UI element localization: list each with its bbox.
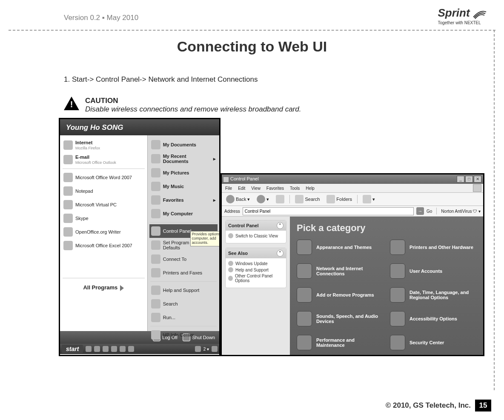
switch-classic-view-link[interactable]: Switch to Classic View [228, 233, 284, 238]
category-appearance[interactable]: Appearance and Themes [297, 240, 383, 255]
category-security[interactable]: Security Center [390, 335, 476, 350]
folder-icon [151, 154, 160, 163]
sm-item-recent[interactable]: My Recent Documents▸ [149, 151, 218, 166]
menu-edit[interactable]: Edit [238, 186, 245, 191]
views-icon [363, 195, 371, 203]
menu-tools[interactable]: Tools [290, 186, 300, 191]
openoffice-icon [63, 227, 73, 237]
collapse-icon[interactable]: ⌃ [277, 222, 284, 229]
go-button[interactable]: → [416, 207, 424, 215]
caution-body: Disable wireless connections and remove … [85, 105, 301, 113]
window-titlebar: Control Panel _ □ ✕ [222, 174, 483, 184]
up-button[interactable] [274, 194, 286, 204]
menu-file[interactable]: File [225, 186, 232, 191]
sm-item-printers[interactable]: Printers and Faxes [149, 266, 218, 280]
other-options-link[interactable]: Other Control Panel Options [228, 274, 284, 283]
category-network[interactable]: Network and Internet Connections [297, 263, 383, 279]
sounds-icon [297, 311, 312, 326]
address-bar: Address → Go Norton AntiVirus 🛡 ▾ [222, 206, 483, 217]
tray-icon[interactable] [94, 346, 100, 352]
folders-button[interactable]: Folders [325, 194, 354, 204]
search-button[interactable]: Search [293, 194, 321, 204]
sm-item-run[interactable]: Run... [149, 311, 218, 324]
all-programs[interactable]: All Programs [62, 280, 146, 295]
tray-icon[interactable] [195, 346, 201, 352]
word-icon [63, 173, 73, 182]
main-panel: Pick a category Appearance and Themes Pr… [290, 217, 483, 356]
sm-item-mydocs[interactable]: My Documents [149, 138, 218, 151]
category-date-time[interactable]: Date, Time, Language, and Regional Optio… [390, 287, 476, 303]
main-heading: Pick a category [297, 223, 476, 234]
tray-icon[interactable] [103, 346, 109, 352]
tray-icon[interactable] [86, 346, 92, 352]
start-button[interactable]: start [62, 345, 83, 353]
sm-item-music[interactable]: My Music [149, 180, 218, 193]
sm-item-mycomputer[interactable]: My Computer [149, 207, 218, 220]
sm-item-openoffice[interactable]: OpenOffice.org Writer [62, 225, 146, 239]
sm-item-help[interactable]: Help and Support [149, 283, 218, 297]
menu-favorites[interactable]: Favorites [266, 186, 284, 191]
category-printers[interactable]: Printers and Other Hardware [390, 240, 476, 255]
close-button[interactable]: ✕ [474, 176, 481, 183]
views-button[interactable]: ▾ [361, 194, 377, 204]
sm-item-notepad[interactable]: Notepad [62, 184, 146, 198]
search-icon [151, 299, 160, 309]
maximize-button[interactable]: □ [465, 176, 473, 183]
update-icon [228, 261, 233, 266]
category-add-remove[interactable]: Add or Remove Programs [297, 287, 383, 303]
tray-icon[interactable] [212, 346, 218, 352]
copyright: © 2010, GS Teletech, Inc. [386, 401, 471, 410]
back-icon [226, 195, 235, 203]
address-input[interactable] [243, 207, 414, 215]
menu-help[interactable]: Help [306, 186, 315, 191]
sm-item-virtualpc[interactable]: Microsoft Virtual PC [62, 198, 146, 211]
category-performance[interactable]: Performance and Maintenance [297, 335, 383, 350]
forward-button[interactable]: ▾ [255, 194, 271, 204]
tray-icon[interactable] [111, 346, 117, 352]
sm-item-hp-info[interactable]: HP Info Center [149, 328, 218, 342]
windows-update-link[interactable]: Windows Update [228, 261, 284, 266]
sm-item-pictures[interactable]: My Pictures [149, 166, 218, 180]
up-icon [276, 195, 284, 203]
back-button[interactable]: Back ▾ [224, 194, 252, 204]
version-text: Version 0.2 ▪ May 2010 [64, 14, 138, 22]
category-sounds[interactable]: Sounds, Speech, and Audio Devices [297, 311, 383, 326]
sm-item-internet[interactable]: InternetMozilla Firefox [62, 138, 146, 152]
star-icon [151, 195, 160, 205]
sm-item-skype[interactable]: Skype [62, 211, 146, 225]
menu-view[interactable]: View [251, 186, 261, 191]
help-icon [228, 267, 233, 272]
brand-wing-icon [472, 9, 487, 21]
minimize-button[interactable]: _ [457, 176, 464, 183]
norton-toolbar[interactable]: Norton AntiVirus 🛡 ▾ [441, 209, 481, 214]
accessibility-icon [390, 311, 405, 326]
tray-icon[interactable] [128, 346, 134, 352]
sm-item-word[interactable]: Microsoft Office Word 2007 [62, 171, 146, 184]
taskbar: start 2 ▾ [60, 344, 219, 354]
sm-item-connect-to[interactable]: Connect To [149, 252, 218, 266]
start-menu-user: Young Ho SONG [60, 119, 219, 135]
network-icon [297, 263, 312, 279]
toolbar: Back ▾ ▾ Search Folders ▾ [222, 193, 483, 206]
sm-item-email[interactable]: E-mailMicrosoft Office Outlook [62, 152, 146, 167]
info-icon [151, 330, 160, 340]
sm-item-excel[interactable]: Microsoft Office Excel 2007 [62, 239, 146, 252]
skype-icon [63, 214, 73, 223]
sm-item-favorites[interactable]: Favorites▸ [149, 193, 218, 207]
virtualpc-icon [63, 200, 73, 209]
notepad-icon [63, 186, 73, 196]
brand-tagline: Together with NEXTEL [438, 20, 487, 25]
search-icon [295, 195, 304, 203]
collapse-icon[interactable]: ⌃ [277, 250, 284, 257]
page-number: 15 [475, 400, 491, 411]
datetime-icon [390, 287, 405, 303]
tray-icon[interactable] [120, 346, 126, 352]
folder-icon [151, 168, 160, 177]
arrow-right-icon [120, 285, 124, 291]
category-user-accounts[interactable]: User Accounts [390, 263, 476, 279]
sm-item-search[interactable]: Search [149, 297, 218, 311]
vertical-divider [494, 30, 495, 390]
category-accessibility[interactable]: Accessibility Options [390, 311, 476, 326]
folder-icon [151, 140, 160, 149]
help-support-link[interactable]: Help and Support [228, 267, 284, 272]
